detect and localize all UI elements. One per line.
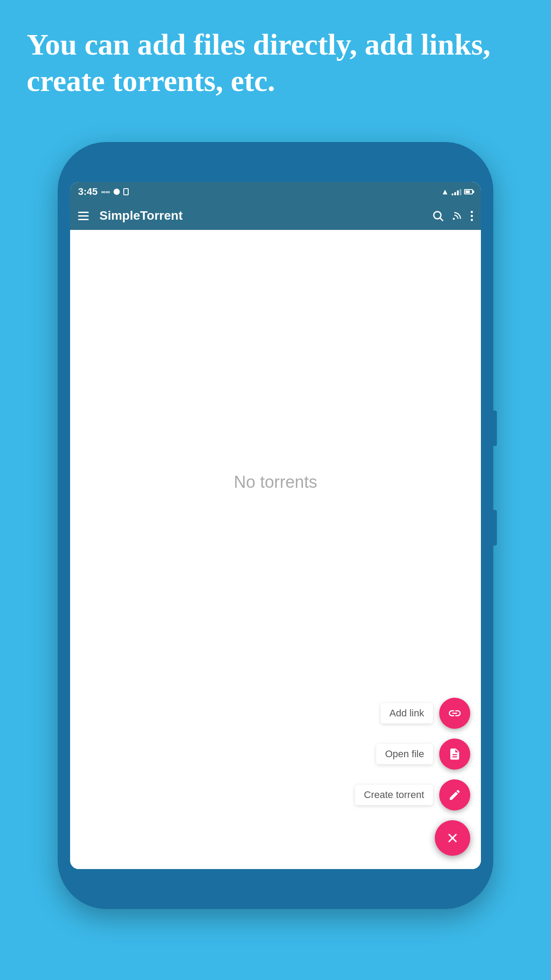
- battery-icon: [464, 189, 473, 194]
- dot-1: [471, 211, 473, 213]
- create-torrent-button[interactable]: [439, 779, 470, 810]
- headline: You can add files directly, add links, c…: [27, 27, 524, 99]
- app-title: SimpleTorrent: [99, 209, 425, 223]
- rss-button[interactable]: [451, 209, 464, 222]
- status-bar: 3:45 ∞∞ ▲: [70, 182, 481, 202]
- status-icons: ▲: [441, 187, 473, 197]
- signal-bar-3: [457, 190, 459, 195]
- status-left: 3:45 ∞∞: [78, 186, 129, 198]
- signal-bar-2: [454, 192, 456, 195]
- battery-fill: [465, 190, 470, 193]
- sim-icon: [123, 188, 129, 195]
- signal-bar-1: [452, 194, 453, 195]
- no-torrents-message: No torrents: [234, 473, 317, 492]
- app-bar: SimpleTorrent: [70, 202, 481, 230]
- fab-menu: Add link Open file: [355, 698, 470, 856]
- open-file-label: Open file: [376, 744, 433, 764]
- add-link-label: Add link: [381, 703, 433, 723]
- signal-bars: [452, 188, 461, 195]
- content-area: No torrents Add link Open file: [70, 230, 481, 869]
- phone-frame: 3:45 ∞∞ ▲: [58, 142, 493, 909]
- phone-notch: [231, 142, 320, 166]
- dot-3: [471, 219, 473, 221]
- add-link-item: Add link: [381, 698, 470, 729]
- svg-line-1: [440, 218, 443, 221]
- phone-screen: 3:45 ∞∞ ▲: [70, 182, 481, 869]
- add-link-button[interactable]: [439, 698, 470, 729]
- fab-main-button[interactable]: ×: [435, 820, 470, 856]
- menu-line-2: [78, 215, 89, 217]
- search-button[interactable]: [432, 209, 444, 222]
- signal-bar-4: [460, 189, 461, 195]
- close-icon: ×: [447, 828, 458, 848]
- link-icon: [448, 706, 462, 720]
- edit-icon: [448, 788, 461, 802]
- create-torrent-item: Create torrent: [355, 779, 470, 810]
- status-time: 3:45: [78, 186, 98, 198]
- file-icon: [448, 747, 461, 761]
- menu-line-1: [78, 212, 89, 213]
- voicemail-icon: ∞∞: [101, 188, 110, 195]
- menu-button[interactable]: [78, 212, 89, 220]
- open-file-button[interactable]: [439, 739, 470, 770]
- more-button[interactable]: [471, 211, 473, 221]
- menu-line-3: [78, 219, 89, 220]
- wifi-icon: ▲: [441, 187, 449, 197]
- dot-2: [471, 215, 473, 217]
- create-torrent-label: Create torrent: [355, 785, 433, 805]
- open-file-item: Open file: [376, 739, 470, 770]
- circle-icon: [114, 189, 120, 195]
- side-button-volume-up: [492, 411, 497, 446]
- side-button-volume-down: [492, 510, 497, 545]
- svg-point-0: [434, 212, 441, 219]
